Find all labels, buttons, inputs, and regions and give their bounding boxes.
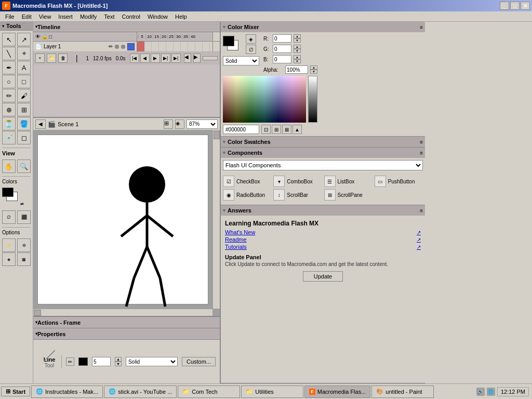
scroll-thumb-v[interactable] (214, 131, 220, 139)
g-down-btn[interactable]: ▼ (294, 49, 301, 53)
menu-file[interactable]: File (2, 12, 18, 21)
tool-line[interactable]: ╲ (2, 47, 16, 60)
tool-fill-xform[interactable]: ⊞ (17, 103, 31, 116)
back-btn[interactable]: ◀ (35, 119, 46, 129)
fill-type-select[interactable]: Solid Linear Radial (223, 56, 259, 65)
cm-icon-3[interactable]: ⊠ (282, 125, 291, 134)
stroke-pencil-icon[interactable]: ✏ (66, 357, 74, 366)
canvas[interactable] (37, 135, 208, 304)
playhead[interactable] (137, 42, 144, 51)
no-fill-icon[interactable]: ∅ (246, 45, 256, 54)
menu-text[interactable]: Text (101, 12, 117, 21)
r-up-btn[interactable]: ▲ (294, 34, 301, 38)
answers-link-readme[interactable]: Readme ↗ (225, 236, 421, 243)
cm-stroke-swatch[interactable] (223, 36, 234, 46)
b-input[interactable] (273, 55, 291, 63)
tool-subselect[interactable]: ↗ (17, 33, 31, 46)
title-bar-buttons[interactable]: _ □ ✕ (500, 2, 530, 10)
component-checkbox[interactable]: ☑ CheckBox (223, 176, 271, 187)
tool-rect[interactable]: □ (17, 75, 31, 88)
answers-link-tutorials[interactable]: Tutorials ↗ (225, 244, 421, 250)
first-frame-btn[interactable]: |◀ (130, 54, 139, 63)
stroke-color-swatch[interactable] (2, 188, 14, 197)
color-gradient-picker[interactable] (223, 76, 306, 123)
tool-text[interactable]: A (17, 61, 31, 74)
b-down-btn[interactable]: ▼ (294, 59, 301, 63)
stage-v-scrollbar[interactable] (212, 130, 220, 309)
component-scrollpane[interactable]: ⊞ ScrollPane (324, 189, 373, 201)
tool-zoom[interactable]: 🔍 (17, 159, 31, 173)
size-down[interactable]: ▼ (115, 362, 122, 366)
stroke-color-box[interactable] (78, 357, 88, 366)
no-color-btn[interactable]: ∅ (2, 210, 16, 224)
actions-bar[interactable]: ▾ Actions - Frame (33, 317, 220, 328)
update-button[interactable]: Update (303, 271, 343, 282)
play-btn[interactable]: ▶ (151, 54, 160, 63)
cm-icon-4[interactable]: ▲ (292, 125, 302, 134)
layer-edit-icon[interactable]: ✏ (109, 44, 113, 49)
stroke-type-select[interactable]: Solid Dashed Dotted (126, 357, 178, 366)
component-combobox[interactable]: ▾ ComboBox (273, 176, 322, 187)
custom-button[interactable]: Custom... (182, 357, 216, 366)
snap-btn[interactable]: ⊞ (164, 119, 173, 129)
option-btn-3[interactable]: ◈ (2, 252, 16, 266)
alpha-input[interactable] (285, 65, 308, 74)
component-pushbutton[interactable]: ▭ PushButton (375, 176, 423, 187)
taskbar-instructables[interactable]: 🌐 Instructables - Mak... (31, 385, 103, 398)
comp-options-icon[interactable]: ≡ (420, 150, 423, 156)
tool-arrow[interactable]: ↖ (2, 33, 16, 46)
zoom-select[interactable]: 87% (187, 119, 218, 129)
menu-view[interactable]: View (36, 12, 55, 21)
tool-eyedropper[interactable]: 💉 (2, 131, 16, 144)
cm-icon-2[interactable]: ⊞ (272, 125, 281, 134)
hex-input[interactable] (223, 125, 259, 134)
swap-colors-icon[interactable]: ⇄ (20, 202, 24, 206)
component-listbox[interactable]: ☰ ListBox (324, 176, 373, 187)
tool-oval[interactable]: ○ (2, 75, 16, 88)
b-up-btn[interactable]: ▲ (294, 55, 301, 59)
option-btn-1[interactable]: ⚡ (2, 238, 16, 252)
timeline-frames[interactable] (137, 42, 212, 51)
menu-control[interactable]: Control (118, 12, 143, 21)
default-colors-btn[interactable]: ⬛ (17, 210, 31, 224)
lock-icon[interactable]: 🔒 (42, 34, 48, 39)
tool-lasso[interactable]: ⌖ (17, 47, 31, 60)
tool-brush[interactable]: 🖌 (17, 89, 31, 102)
g-up-btn[interactable]: ▲ (294, 45, 301, 49)
g-input[interactable] (273, 45, 291, 53)
eye-icon[interactable]: 👁 (35, 34, 41, 39)
maximize-button[interactable]: □ (510, 2, 520, 10)
components-dropdown[interactable]: Flash UI Components (223, 160, 423, 170)
minimize-button[interactable]: _ (500, 2, 509, 10)
start-button[interactable]: ⊞ Start (1, 387, 30, 396)
menu-help[interactable]: Help (172, 12, 190, 21)
tool-eraser[interactable]: ◻ (17, 131, 31, 144)
onion-btn[interactable]: ◈ (175, 119, 184, 129)
timeline-h-scrollbar[interactable] (203, 56, 218, 60)
r-input[interactable] (273, 34, 291, 43)
stage-h-scrollbar[interactable] (33, 309, 212, 316)
taskbar-youtube[interactable]: 🌐 stick.avi - YouTube ... (104, 385, 177, 398)
cs-options-icon[interactable]: ≡ (420, 139, 423, 145)
color-swatches-header[interactable]: ▾ Color Swatches ≡ (221, 137, 425, 147)
tool-hand[interactable]: ✋ (2, 159, 16, 173)
menu-edit[interactable]: Edit (19, 12, 35, 21)
scroll-thumb-h[interactable] (34, 310, 41, 316)
stroke-size-input[interactable] (92, 357, 111, 366)
tool-pen[interactable]: ✒ (2, 61, 16, 74)
timeline-right-scroll-2[interactable]: ▶ (193, 54, 201, 63)
taskbar-utilities[interactable]: 📁 Utilities (241, 385, 303, 398)
delete-layer-btn[interactable]: 🗑 (58, 54, 68, 63)
answers-header[interactable]: ▾ Answers ≡ (221, 205, 425, 216)
cm-options-icon[interactable]: ≡ (420, 24, 423, 30)
next-frame-btn[interactable]: ▶| (161, 54, 170, 63)
alpha-stepper[interactable]: ▲ ▼ (310, 65, 317, 74)
size-up[interactable]: ▲ (115, 357, 122, 362)
g-stepper[interactable]: ▲ ▼ (294, 45, 301, 53)
fill-color-icon[interactable]: ◈ (246, 34, 256, 44)
components-header[interactable]: ▾ Components ≡ (221, 148, 425, 158)
menu-insert[interactable]: Insert (55, 12, 76, 21)
component-scrollbar[interactable]: ↕ ScrollBar (273, 189, 322, 201)
timeline-right-scroll[interactable]: ◀ (184, 54, 191, 63)
size-stepper[interactable]: ▲ ▼ (115, 357, 122, 366)
